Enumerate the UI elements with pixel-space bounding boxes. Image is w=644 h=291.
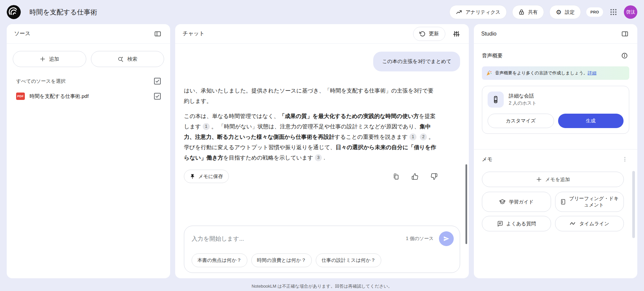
select-all-checkbox[interactable] bbox=[154, 78, 161, 84]
thumbs-down-icon bbox=[431, 173, 438, 180]
citation-chip[interactable]: 2 bbox=[420, 133, 427, 140]
suggestion-chip[interactable]: 仕事の設計ミスは何か？ bbox=[316, 253, 381, 267]
source-actions: 追加 検索 bbox=[7, 44, 170, 70]
citation-chip[interactable]: 3 bbox=[315, 154, 322, 161]
citation-chip[interactable]: 1 bbox=[409, 133, 416, 140]
search-sparkle-icon bbox=[117, 56, 124, 62]
study-guide-label: 学習ガイド bbox=[509, 199, 534, 205]
info-icon bbox=[621, 52, 628, 59]
thumbs-up-icon bbox=[411, 173, 418, 180]
audio-overview-header: 音声概要 bbox=[482, 51, 629, 60]
audio-card-buttons: カスタマイズ 生成 bbox=[488, 114, 624, 128]
user-message-bubble: この本の主張を3行でまとめて bbox=[373, 52, 460, 71]
notes-title: メモ bbox=[482, 156, 493, 163]
top-header: 時間を支配する仕事術 アナリティクス 共有 ⚙ 設定 PRO bbox=[7, 0, 637, 24]
plus-icon bbox=[40, 56, 46, 62]
audio-card-title: 詳細な会話 bbox=[509, 93, 537, 99]
send-icon bbox=[443, 235, 450, 242]
chat-header-actions: 更新 bbox=[413, 27, 461, 41]
trending-up-icon bbox=[456, 9, 462, 15]
sources-panel: ソース 追加 検索 bbox=[7, 24, 170, 278]
study-guide-button[interactable]: 学習ガイド bbox=[482, 192, 551, 212]
notes-content: メモを追加 学習ガイド ブリーフィ bbox=[482, 172, 629, 231]
copy-icon bbox=[392, 173, 399, 180]
customize-button[interactable]: カスタマイズ bbox=[488, 114, 554, 128]
sliders-icon bbox=[453, 30, 460, 38]
check-icon bbox=[155, 79, 160, 83]
party-popper-icon bbox=[486, 70, 492, 76]
search-sources-button[interactable]: 検索 bbox=[91, 51, 164, 67]
briefing-doc-button[interactable]: ブリーフィング・ドキュメント bbox=[555, 192, 624, 212]
send-button[interactable] bbox=[439, 231, 454, 246]
analytics-button[interactable]: アナリティクス bbox=[449, 5, 507, 19]
collapse-studio-panel-button[interactable] bbox=[620, 29, 630, 39]
timeline-wave-icon bbox=[569, 220, 576, 227]
faq-chat-icon bbox=[497, 221, 503, 227]
suggested-questions: 本書の焦点は何か？ 時間の浪費とは何か？ 仕事の設計ミスは何か？ bbox=[192, 253, 454, 267]
select-all-label: すべてのソースを選択 bbox=[16, 78, 65, 84]
header-right: アナリティクス 共有 ⚙ 設定 PRO 啓汰 bbox=[449, 5, 637, 19]
panel-collapse-icon bbox=[621, 30, 629, 38]
notes-menu-button[interactable] bbox=[621, 155, 629, 164]
audio-info-button[interactable] bbox=[620, 51, 629, 60]
notebook-title: 時間を支配する仕事術 bbox=[30, 8, 97, 17]
sources-panel-header: ソース bbox=[7, 24, 170, 44]
studio-panel-header: Studio bbox=[474, 24, 637, 44]
share-button[interactable]: 共有 bbox=[512, 5, 544, 19]
suggestion-chip[interactable]: 本書の焦点は何か？ bbox=[192, 253, 247, 267]
collapse-sources-panel-button[interactable] bbox=[153, 29, 163, 39]
avatar[interactable]: 啓汰 bbox=[624, 5, 637, 19]
chat-scrollbar[interactable] bbox=[465, 164, 467, 244]
source-count-label: 1 個のソース bbox=[406, 236, 434, 242]
panel-collapse-icon bbox=[154, 30, 161, 38]
banner-details-link[interactable]: 詳細 bbox=[588, 70, 596, 75]
citation-chip[interactable]: 1 bbox=[203, 123, 210, 130]
main-area: ソース 追加 検索 bbox=[7, 24, 637, 278]
source-name: 時間を支配する仕事術.pdf bbox=[30, 93, 149, 100]
plus-icon bbox=[536, 176, 542, 182]
chat-message-area: この本の主張を3行でまとめて はい、承知いたしました。提供されたソースに基づき、… bbox=[175, 44, 469, 278]
pin-icon bbox=[190, 174, 195, 179]
thumbs-down-button[interactable] bbox=[429, 172, 439, 181]
settings-label: 設定 bbox=[565, 9, 575, 15]
feedback-icons bbox=[391, 172, 439, 181]
add-note-button[interactable]: メモを追加 bbox=[482, 172, 624, 187]
chat-settings-button[interactable] bbox=[451, 29, 461, 39]
header-left: 時間を支配する仕事術 bbox=[7, 5, 97, 19]
speaker-device-icon bbox=[488, 92, 504, 108]
analytics-label: アナリティクス bbox=[465, 9, 500, 15]
save-to-note-button[interactable]: メモに保存 bbox=[184, 170, 229, 183]
audio-card-text: 詳細な会話 2 人のホスト bbox=[509, 93, 537, 106]
apps-grid-icon[interactable] bbox=[608, 7, 618, 17]
add-note-label: メモを追加 bbox=[545, 176, 570, 183]
notebooklm-logo-icon bbox=[7, 5, 21, 19]
studio-scrollbar[interactable] bbox=[632, 171, 635, 238]
timeline-button[interactable]: タイムライン bbox=[555, 216, 624, 231]
settings-button[interactable]: ⚙ 設定 bbox=[549, 5, 581, 19]
thumbs-up-button[interactable] bbox=[410, 172, 420, 181]
suggestion-chip[interactable]: 時間の浪費とは何か？ bbox=[251, 253, 312, 267]
assistant-message: はい、承知いたしました。提供されたソースに基づき、「時間を支配する仕事術」の主張… bbox=[184, 85, 439, 163]
graduation-cap-icon bbox=[499, 198, 506, 205]
audio-overview-title: 音声概要 bbox=[482, 52, 503, 59]
source-list-item[interactable]: PDF 時間を支配する仕事術.pdf bbox=[7, 88, 170, 105]
generate-button[interactable]: 生成 bbox=[558, 114, 624, 128]
copy-button[interactable] bbox=[391, 172, 401, 181]
lock-icon bbox=[518, 9, 525, 15]
audio-card-info: 詳細な会話 2 人のホスト bbox=[488, 92, 624, 108]
add-source-button[interactable]: 追加 bbox=[13, 51, 86, 67]
assistant-paragraph: この本は、単なる時間管理ではなく、「成果の質」を最大化するための実践的な時間の使… bbox=[184, 111, 439, 163]
check-icon bbox=[155, 94, 160, 99]
save-to-note-label: メモに保存 bbox=[198, 173, 223, 180]
faq-button[interactable]: よくある質問 bbox=[482, 216, 551, 231]
banner-text: 音声概要をより多くの言語で作成しましょう。詳細 bbox=[495, 70, 596, 76]
refresh-chat-button[interactable]: 更新 bbox=[413, 27, 445, 41]
note-tools-grid: 学習ガイド ブリーフィング・ドキュメント bbox=[482, 192, 624, 231]
chat-input[interactable] bbox=[192, 235, 400, 242]
disclaimer-text: NotebookLM は不正確な場合があります。回答は再確認してください。 bbox=[0, 283, 644, 289]
language-promo-banner: 音声概要をより多くの言語で作成しましょう。詳細 bbox=[482, 66, 629, 80]
faq-label: よくある質問 bbox=[506, 221, 536, 227]
chat-panel: チャット 更新 bbox=[175, 24, 469, 278]
source-checkbox[interactable] bbox=[154, 93, 161, 100]
banner-message: 音声概要をより多くの言語で作成しましょう。 bbox=[495, 70, 588, 75]
